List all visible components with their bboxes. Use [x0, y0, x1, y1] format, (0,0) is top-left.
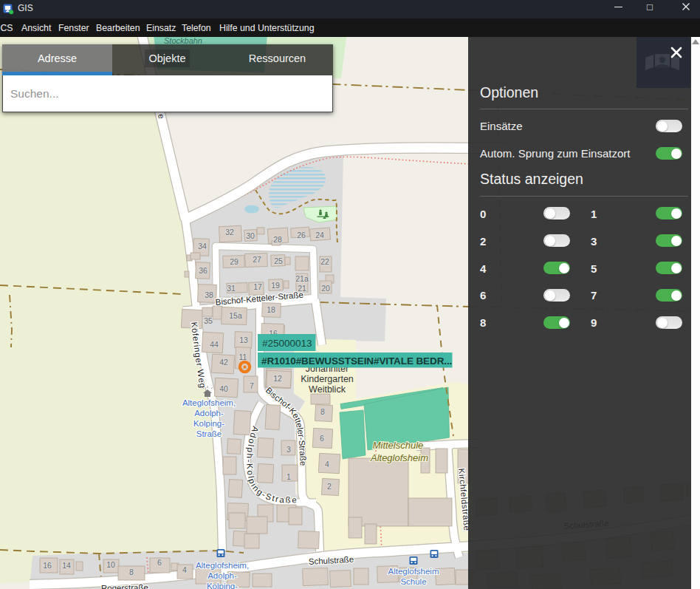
svg-text:2: 2	[327, 482, 332, 491]
svg-text:Alteglofsheim: Alteglofsheim	[370, 452, 428, 463]
svg-text:35: 35	[204, 316, 213, 325]
svg-text:#25000013: #25000013	[262, 338, 312, 349]
svg-text:1: 1	[286, 472, 291, 481]
svg-text:18: 18	[267, 305, 275, 314]
svg-text:4: 4	[182, 565, 187, 574]
svg-text:Adolph-: Adolph-	[194, 409, 224, 418]
svg-text:Alteglofsheim: Alteglofsheim	[388, 567, 439, 576]
svg-text:30: 30	[246, 231, 255, 240]
svg-text:24: 24	[315, 231, 324, 239]
svg-text:7: 7	[250, 381, 254, 390]
svg-text:38: 38	[205, 290, 213, 299]
svg-text:4: 4	[325, 460, 329, 469]
svg-text:40: 40	[219, 384, 228, 393]
svg-text:21a: 21a	[295, 274, 309, 283]
svg-text:16: 16	[43, 561, 52, 570]
svg-text:44: 44	[210, 340, 219, 349]
svg-text:34: 34	[198, 242, 207, 251]
svg-text:29: 29	[230, 257, 239, 266]
svg-text:12: 12	[273, 374, 282, 383]
svg-text:19: 19	[271, 281, 280, 290]
svg-text:Schule: Schule	[400, 577, 426, 586]
svg-text:32: 32	[225, 228, 234, 236]
svg-text:Kolping-: Kolping-	[207, 582, 238, 589]
svg-text:Kindergarten: Kindergarten	[301, 374, 354, 384]
svg-text:20: 20	[321, 284, 330, 293]
svg-text:Adolph-: Adolph-	[207, 571, 237, 580]
svg-text:11: 11	[239, 353, 247, 361]
svg-text:10: 10	[106, 560, 115, 569]
svg-text:Alteglofsheim,: Alteglofsheim,	[182, 398, 236, 407]
svg-text:26: 26	[297, 231, 306, 239]
svg-text:#R1010#BEWUSSTSEIN#VITALE BEDR: #R1010#BEWUSSTSEIN#VITALE BEDR...	[261, 355, 452, 367]
svg-text:8: 8	[320, 407, 325, 416]
svg-text:Mittelschule: Mittelschule	[373, 440, 424, 451]
svg-text:27: 27	[253, 255, 261, 264]
svg-text:Straße: Straße	[196, 429, 222, 438]
svg-text:8: 8	[129, 568, 134, 576]
svg-text:42: 42	[219, 358, 228, 367]
svg-text:31: 31	[227, 284, 236, 293]
svg-text:28: 28	[273, 235, 282, 244]
svg-text:36: 36	[199, 266, 207, 275]
svg-text:14: 14	[62, 561, 71, 570]
svg-text:6: 6	[320, 434, 324, 443]
svg-text:Kolping-: Kolping-	[193, 419, 224, 428]
svg-text:Rogerstraße: Rogerstraße	[101, 583, 148, 589]
svg-text:6: 6	[157, 558, 162, 567]
svg-text:15a: 15a	[229, 311, 242, 320]
svg-text:3: 3	[286, 445, 291, 454]
svg-text:13: 13	[239, 336, 248, 344]
svg-text:Weitblick: Weitblick	[309, 384, 346, 395]
svg-text:22: 22	[320, 257, 329, 266]
svg-text:25: 25	[274, 256, 283, 265]
svg-text:17: 17	[253, 282, 262, 291]
svg-text:Alteglofsheim,: Alteglofsheim,	[196, 561, 249, 570]
